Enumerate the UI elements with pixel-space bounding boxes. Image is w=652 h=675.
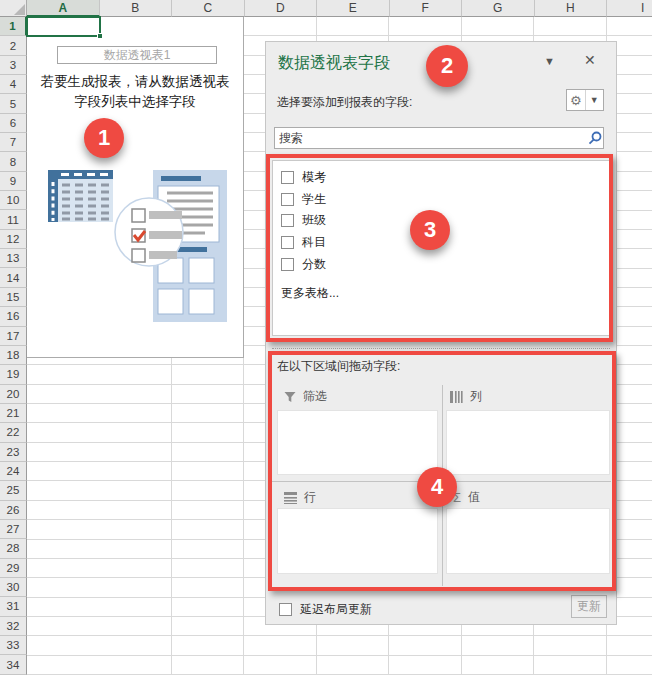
checkbox[interactable] [279, 603, 292, 616]
pivot-placeholder-graphic [45, 165, 233, 329]
row-header[interactable]: 8 [0, 152, 27, 171]
pivot-placeholder-title-box: 数据透视表1 [57, 46, 217, 64]
selected-cell[interactable] [26, 16, 101, 37]
select-all-triangle-icon [14, 4, 25, 15]
table-icon [48, 170, 113, 222]
pane-splitter[interactable] [272, 348, 610, 349]
column-headers: ABCDEFGHI [27, 0, 652, 17]
row-header[interactable]: 20 [0, 385, 27, 404]
column-header[interactable]: E [317, 0, 390, 17]
column-header[interactable]: C [172, 0, 245, 17]
chevron-down-icon[interactable]: ▼ [544, 55, 555, 67]
fill-handle[interactable] [97, 33, 103, 39]
annotation-badge-1: 1 [84, 118, 124, 158]
row-header[interactable]: 30 [0, 578, 27, 597]
row-header[interactable]: 13 [0, 249, 27, 268]
row-header[interactable]: 29 [0, 559, 27, 578]
row-header[interactable]: 32 [0, 617, 27, 636]
row-header[interactable]: 7 [0, 133, 27, 152]
pivot-placeholder[interactable]: 数据透视表1 若要生成报表，请从数据透视表字段列表中选择字段 [27, 17, 244, 358]
defer-label: 延迟布局更新 [300, 601, 372, 618]
row-header[interactable]: 17 [0, 327, 27, 346]
search-icon[interactable] [588, 131, 602, 145]
update-button[interactable]: 更新 [571, 595, 607, 618]
column-header[interactable]: G [462, 0, 535, 17]
row-header[interactable]: 25 [0, 481, 27, 500]
close-icon[interactable]: ✕ [584, 52, 596, 68]
defer-layout-update[interactable]: 延迟布局更新 [279, 601, 372, 618]
column-header[interactable]: F [390, 0, 463, 17]
column-header[interactable]: D [245, 0, 318, 17]
row-header[interactable]: 21 [0, 404, 27, 423]
row-headers: 1234567891011121314151617181920212223242… [0, 17, 27, 675]
pane-title: 数据透视表字段 [278, 53, 390, 74]
pivot-placeholder-instruction: 若要生成报表，请从数据透视表字段列表中选择字段 [36, 72, 234, 112]
row-header[interactable]: 16 [0, 307, 27, 326]
row-header[interactable]: 10 [0, 191, 27, 210]
row-header[interactable]: 4 [0, 75, 27, 94]
annotation-badge-4: 4 [417, 467, 457, 507]
row-header[interactable]: 11 [0, 210, 27, 229]
checkbox-circle-art [115, 198, 183, 266]
row-header[interactable]: 6 [0, 114, 27, 133]
row-header[interactable]: 2 [0, 36, 27, 55]
excel-window: ABCDEFGHI 123456789101112131415161718192… [0, 0, 652, 675]
divider [585, 90, 586, 110]
row-header[interactable]: 27 [0, 520, 27, 539]
gear-icon: ⚙ [570, 93, 582, 108]
row-header[interactable]: 14 [0, 268, 27, 287]
row-header[interactable]: 34 [0, 655, 27, 674]
row-header[interactable]: 3 [0, 56, 27, 75]
column-header[interactable]: I [607, 0, 652, 17]
annotation-rect-fields [266, 154, 613, 342]
row-header[interactable]: 19 [0, 365, 27, 384]
fields-subtitle: 选择要添加到报表的字段: [277, 94, 412, 111]
row-header[interactable]: 5 [0, 94, 27, 113]
row-header[interactable]: 1 [0, 17, 27, 36]
row-header[interactable]: 24 [0, 462, 27, 481]
annotation-badge-2: 2 [426, 45, 468, 87]
row-header[interactable]: 15 [0, 288, 27, 307]
row-header[interactable]: 28 [0, 539, 27, 558]
row-header[interactable]: 26 [0, 501, 27, 520]
row-header[interactable]: 18 [0, 346, 27, 365]
chevron-down-icon: ▼ [590, 95, 599, 105]
row-header[interactable]: 23 [0, 443, 27, 462]
select-all-corner[interactable] [0, 0, 27, 17]
row-header[interactable]: 9 [0, 172, 27, 191]
row-header[interactable]: 33 [0, 636, 27, 655]
row-header[interactable]: 31 [0, 597, 27, 616]
column-header[interactable]: A [27, 0, 100, 17]
column-header[interactable]: H [535, 0, 608, 17]
search-input[interactable] [274, 127, 604, 149]
column-header[interactable]: B [100, 0, 173, 17]
tools-gear-button[interactable]: ⚙ ▼ [566, 89, 604, 111]
row-header[interactable]: 22 [0, 423, 27, 442]
annotation-badge-3: 3 [410, 210, 450, 250]
row-header[interactable]: 12 [0, 230, 27, 249]
